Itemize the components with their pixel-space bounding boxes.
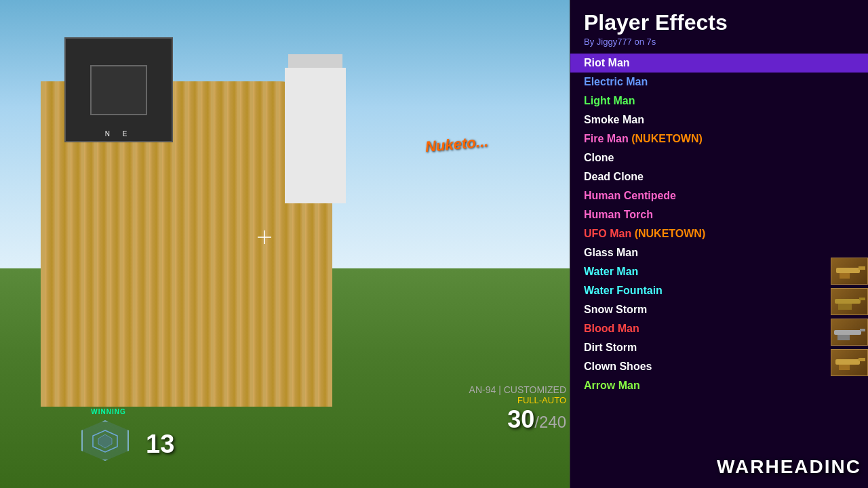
svg-rect-13 (839, 365, 850, 370)
svg-rect-12 (859, 358, 865, 361)
menu-item-17[interactable]: Arrow Man (570, 376, 868, 395)
hud-score: WINNING 13 (81, 420, 174, 468)
svg-marker-1 (98, 434, 112, 448)
menu-item-13[interactable]: Snow Storm (570, 300, 868, 319)
svg-rect-11 (835, 359, 860, 365)
emblem-icon (92, 429, 119, 453)
svg-rect-4 (840, 273, 850, 279)
svg-rect-3 (859, 266, 865, 270)
svg-rect-5 (835, 299, 861, 304)
menu-item-12[interactable]: Water Fountain (570, 281, 868, 300)
menu-item-0[interactable]: Riot Man (570, 54, 868, 73)
menu-item-4[interactable]: Fire Man (NUKETOWN) (570, 129, 868, 148)
menu-item-14[interactable]: Blood Man (570, 319, 868, 338)
svg-rect-8 (834, 330, 861, 335)
svg-rect-9 (860, 329, 865, 331)
svg-rect-7 (838, 304, 852, 310)
ammo-current: 30 (507, 405, 534, 433)
menu-item-10[interactable]: Glass Man (570, 243, 868, 262)
weapon-mode: FULL-AUTO (469, 395, 566, 405)
minimap-compass: N E (105, 130, 133, 138)
weapon-thumb-1[interactable] (831, 258, 868, 285)
menu-item-11[interactable]: Water Man (570, 262, 868, 281)
menu-item-16[interactable]: Clown Shoes (570, 357, 868, 376)
svg-rect-2 (836, 268, 860, 273)
effects-list: Riot ManElectric ManLight ManSmoke ManFi… (570, 50, 868, 484)
weapon-thumb-2[interactable] (831, 288, 868, 315)
menu-item-7[interactable]: Human Centipede (570, 186, 868, 205)
menu-item-1[interactable]: Electric Man (570, 73, 868, 92)
svg-rect-6 (859, 298, 865, 300)
warheadinc-logo: WARHEADINC (717, 456, 861, 478)
winning-label: WINNING (91, 408, 125, 415)
crosshair (258, 230, 271, 244)
weapon-thumb-4[interactable] (831, 349, 868, 376)
menu-item-8[interactable]: Human Torch (570, 205, 868, 224)
weapon-hud: AN-94 | CUSTOMIZED FULL-AUTO 30/240 (469, 384, 566, 434)
minimap: N E (64, 37, 173, 142)
menu-header: Player Effects By Jiggy777 on 7s (570, 0, 868, 50)
weapon-name: AN-94 | CUSTOMIZED (469, 384, 566, 395)
menu-item-2[interactable]: Light Man (570, 92, 868, 110)
effects-menu-panel: Player Effects By Jiggy777 on 7s Riot Ma… (570, 0, 868, 488)
ammo-reserve: /240 (534, 413, 566, 431)
logo-text: WARHEADINC (717, 456, 861, 477)
menu-item-5[interactable]: Clone (570, 148, 868, 167)
background-building (285, 68, 346, 203)
menu-title: Player Effects (584, 10, 854, 35)
menu-subtitle: By Jiggy777 on 7s (584, 37, 854, 47)
weapon-thumbnails (831, 258, 868, 376)
weapon-thumb-3[interactable] (831, 319, 868, 346)
menu-item-6[interactable]: Dead Clone (570, 167, 868, 186)
score-display: 13 (146, 430, 174, 459)
game-viewport: Nuketo... N E WINNING 13 AN-94 | CUSTOMI… (0, 0, 570, 488)
menu-item-15[interactable]: Dirt Storm (570, 338, 868, 357)
menu-item-3[interactable]: Smoke Man (570, 110, 868, 129)
menu-item-9[interactable]: UFO Man (NUKETOWN) (570, 224, 868, 243)
svg-rect-10 (837, 335, 850, 340)
